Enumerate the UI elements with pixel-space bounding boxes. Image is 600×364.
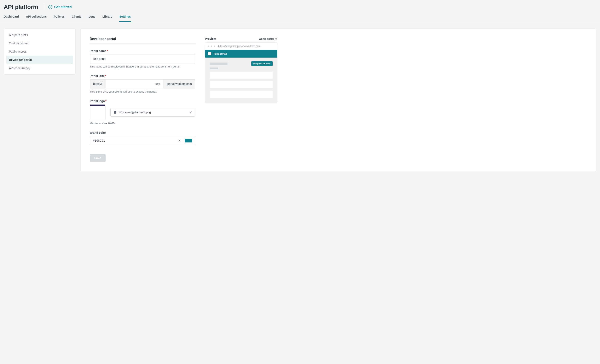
brand-color-input[interactable] <box>90 136 177 145</box>
portal-logo-label-text: Portal logo <box>90 99 105 103</box>
go-to-portal-label: Go to portal <box>259 37 274 40</box>
preview-brand-title: Test portal <box>213 52 227 55</box>
tab-policies[interactable]: Policies <box>54 15 65 22</box>
external-link-icon <box>275 38 277 40</box>
tab-logs[interactable]: Logs <box>88 15 95 22</box>
header-divider <box>43 4 43 10</box>
required-icon: * <box>107 49 108 53</box>
brand-color-label: Brand color <box>90 131 195 134</box>
logo-max-size: Maximum size:10MB <box>90 122 195 125</box>
color-swatch[interactable] <box>184 138 193 143</box>
sidebar-item-public-access[interactable]: Public access <box>6 47 73 56</box>
portal-url-label: Portal URL* <box>90 74 195 78</box>
get-started-link[interactable]: Get started <box>48 5 72 9</box>
browser-dot <box>211 46 212 47</box>
url-suffix: .portal.workato.com <box>163 80 195 88</box>
save-button[interactable]: Save <box>90 154 106 162</box>
logo-thumbnail <box>90 104 105 120</box>
preview-label: Preview <box>205 37 216 40</box>
portal-name-input[interactable] <box>90 54 195 63</box>
main-tabs: DashboardAPI collectionsPoliciesClientsL… <box>0 10 600 22</box>
portal-url-helper: This is the URL your clients will use to… <box>90 90 195 93</box>
required-icon: * <box>105 99 106 103</box>
preview-brandbar: Test portal <box>205 50 277 58</box>
portal-name-helper: This name will be displayed in headers i… <box>90 65 195 68</box>
skeleton-card <box>210 72 273 79</box>
preview-url: https://test.portal.preview.workato.com <box>218 45 260 48</box>
portal-name-label: Portal name* <box>90 49 195 53</box>
tab-settings[interactable]: Settings <box>119 15 131 22</box>
portal-url-label-text: Portal URL <box>90 74 105 78</box>
play-icon <box>48 5 52 9</box>
page-title: API platform <box>4 4 38 10</box>
url-prefix: https:// <box>90 80 105 88</box>
tab-api-collections[interactable]: API collections <box>26 15 47 22</box>
sidebar-item-custom-domain[interactable]: Custom domain <box>6 39 73 47</box>
settings-sidebar: API path prefixCustom domainPublic acces… <box>4 28 75 74</box>
skeleton-card <box>210 91 273 98</box>
sidebar-item-api-concurrency[interactable]: API concurrency <box>6 64 73 72</box>
go-to-portal-link[interactable]: Go to portal <box>259 37 277 40</box>
section-title: Developer portal <box>90 37 195 44</box>
skeleton-card <box>210 81 273 88</box>
file-name: recipe-widget-iframe.png <box>119 110 187 114</box>
tab-library[interactable]: Library <box>103 15 112 22</box>
clear-icon[interactable] <box>178 139 181 142</box>
file-chip[interactable]: recipe-widget-iframe.png <box>110 108 195 117</box>
portal-name-label-text: Portal name <box>90 49 106 53</box>
skeleton-bar <box>210 67 218 69</box>
preview-request-access: Request access <box>251 61 273 66</box>
sidebar-item-developer-portal[interactable]: Developer portal <box>6 56 73 64</box>
tab-dashboard[interactable]: Dashboard <box>4 15 19 22</box>
skeleton-bar <box>210 63 227 65</box>
preview-logo-icon <box>208 52 211 55</box>
sidebar-item-api-path-prefix[interactable]: API path prefix <box>6 31 73 39</box>
portal-url-input[interactable] <box>105 80 163 88</box>
browser-dot <box>214 46 215 47</box>
file-icon <box>113 110 117 114</box>
get-started-label: Get started <box>54 5 72 9</box>
tab-clients[interactable]: Clients <box>72 15 81 22</box>
browser-dot <box>208 46 209 47</box>
preview-card: https://test.portal.preview.workato.com … <box>205 42 277 103</box>
close-icon[interactable] <box>189 110 192 114</box>
required-icon: * <box>105 74 106 78</box>
portal-logo-label: Portal logo* <box>90 99 195 103</box>
